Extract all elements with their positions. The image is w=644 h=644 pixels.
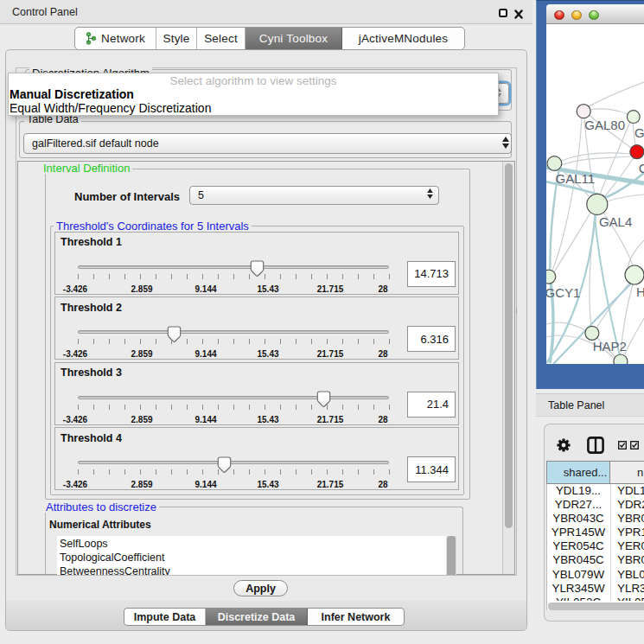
svg-text:G.: G. — [634, 125, 644, 140]
svg-text:GAL80: GAL80 — [584, 118, 625, 132]
svg-text:C: C — [639, 161, 644, 175]
svg-text:GCY1: GCY1 — [546, 285, 580, 300]
svg-text:GAL11: GAL11 — [556, 171, 596, 186]
svg-text:H: H — [636, 284, 644, 299]
svg-text:HAP2: HAP2 — [593, 339, 627, 354]
svg-text:GAL4: GAL4 — [599, 214, 632, 229]
